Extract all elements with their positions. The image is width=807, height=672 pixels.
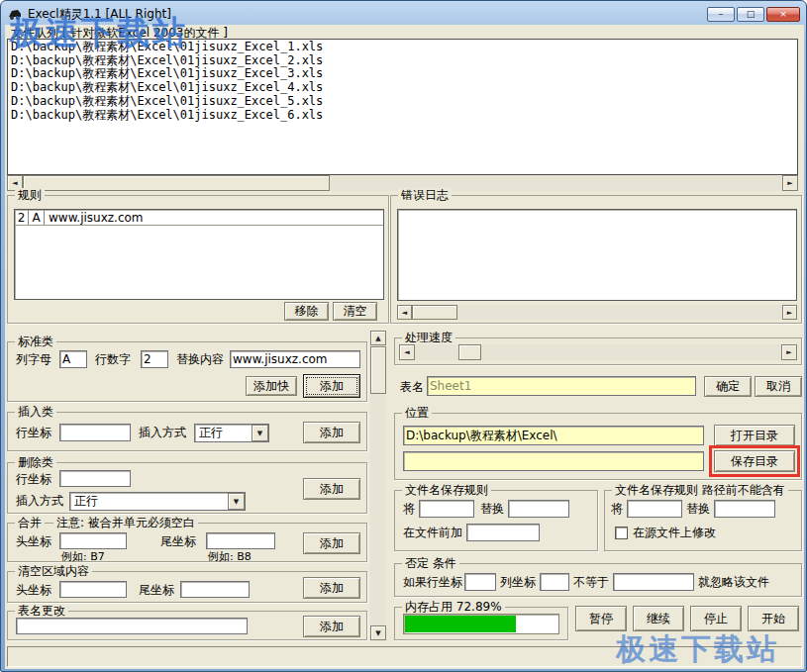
insert-mode-value: 正行 [195,425,252,441]
clear-region-add-button[interactable]: 添加 [303,577,360,599]
open-dir-button[interactable]: 打开目录 [714,425,795,446]
location-group: 位置 打开目录 保存目录 [394,413,802,480]
insert-group: 插入类 行坐标 插入方式 正行 ▼ 添加 [7,412,367,451]
client-area: 文件队列 [ 针对微软Excel 2003的文件 ] D:\backup\教程素… [5,25,804,669]
sheet-rename-group: 表名更改 添加 [7,611,367,640]
merge-add-button[interactable]: 添加 [303,532,360,554]
scroll-right-button[interactable]: ► [782,175,798,191]
minimize-icon: – [719,10,724,19]
caption-buttons: – □ × [707,7,800,22]
standard-add-button[interactable]: 添加 [303,374,360,398]
file-queue-item[interactable]: D:\backup\教程素材\Excel\01jisuxz_Excel_5.xl… [11,95,794,109]
delete-add-button[interactable]: 添加 [303,478,360,500]
insert-add-button[interactable]: 添加 [303,422,360,443]
remove-rule-button[interactable]: 移除 [284,302,329,321]
maximize-button[interactable]: □ [737,7,764,22]
insert-mode-select[interactable]: 正行 ▼ [194,424,269,442]
error-log-label: 错误日志 [398,188,452,203]
filename-rule-group: 文件名保存规则 将 替换 在文件前加 [394,490,598,551]
scroll-right-button[interactable]: ► [782,305,797,320]
app-icon [7,6,23,22]
sheet-name-input[interactable] [427,376,696,396]
scroll-thumb[interactable] [370,346,386,394]
delete-row-coord-input[interactable] [59,470,131,487]
memory-group-label: 内存占用 72.89% [402,600,505,615]
error-log-list[interactable] [397,209,797,301]
pause-button[interactable]: 暂停 [575,606,627,631]
replace-content-input[interactable] [230,350,360,368]
scroll-left-button[interactable]: ◄ [399,344,415,360]
insert-row-coord-input[interactable] [59,424,131,441]
col-letter-input[interactable] [59,350,87,368]
rule2-to-input[interactable] [714,500,775,518]
rule-row-number: 2 [15,210,29,225]
clear-rules-button[interactable]: 清空 [333,302,377,321]
file-queue-item[interactable]: D:\backup\教程素材\Excel\01jisuxz_Excel_6.xl… [11,109,794,123]
stop-button[interactable]: 停止 [690,606,742,631]
scroll-down-button[interactable]: ▼ [370,625,386,640]
scroll-left-button[interactable]: ◄ [397,305,412,320]
rules-list[interactable]: 2 A www.jisuxz.com [14,209,384,300]
scroll-up-button[interactable]: ▲ [370,331,386,345]
clear-tail-input[interactable] [180,581,250,598]
add-fast-button[interactable]: 添加快 [246,376,297,396]
speed-slider[interactable]: ◄ ► [399,344,797,360]
minimize-button[interactable]: – [707,7,735,22]
rule-from-input[interactable] [419,500,474,518]
delete-mode-select[interactable]: 正行 ▼ [69,492,246,511]
cancel-button[interactable]: 取消 [755,376,802,397]
resume-button[interactable]: 继续 [633,606,684,631]
col-coord-input[interactable] [540,573,569,591]
row-number-label: 行数字 [95,352,131,367]
speed-slider-thumb[interactable] [458,344,481,360]
open-dir-input[interactable] [403,426,704,445]
scroll-right-button[interactable]: ► [781,344,797,360]
file-queue-item[interactable]: D:\backup\教程素材\Excel\01jisuxz_Excel_2.xl… [11,54,794,68]
chevron-down-icon[interactable]: ▼ [228,493,245,510]
merge-group: 合并 注意: 被合并单元必须空白 头坐标 尾坐标 例如: B7 例如: B8 添… [7,523,367,562]
file-queue-list[interactable]: D:\backup\教程素材\Excel\01jisuxz_Excel_1.xl… [7,39,798,175]
sheet-rename-add-button[interactable]: 添加 [303,616,360,637]
close-button[interactable]: × [766,7,800,22]
file-queue-item[interactable]: D:\backup\教程素材\Excel\01jisuxz_Excel_1.xl… [11,41,794,54]
speed-group: 处理速度 ◄ ► [394,337,802,365]
rule-col-letter: A [29,210,45,225]
col-coord-label: 列坐标 [500,575,536,590]
error-log-hscrollbar[interactable]: ◄ ► [397,305,797,320]
scroll-thumb[interactable] [412,305,457,320]
merge-group-label: 合并 [15,516,45,530]
rule2-from-label: 将 [611,502,623,517]
modify-source-checkbox[interactable] [615,527,628,539]
save-dir-input[interactable] [403,451,704,471]
if-row-input[interactable] [464,573,496,591]
sheet-rename-label: 表名更改 [15,604,68,619]
error-log-group: 错误日志 ◄ ► [390,195,802,324]
not-equal-label: 不等于 [573,575,609,590]
not-equal-input[interactable] [613,573,694,591]
delete-group: 删除类 行坐标 插入方式 正行 ▼ 添加 [7,462,367,514]
rules-group: 规则 2 A www.jisuxz.com 移除 清空 [7,195,389,324]
clear-head-input[interactable] [59,581,127,598]
memory-group: 内存占用 72.89% [394,607,568,640]
row-number-input[interactable] [141,350,168,368]
start-button[interactable]: 开始 [748,606,799,631]
rule-prefix-input[interactable] [466,524,540,541]
rule-to-input[interactable] [508,500,569,518]
ok-button[interactable]: 确定 [704,376,752,397]
scroll-thumb[interactable] [23,175,330,191]
sheet-rename-input[interactable] [16,618,248,634]
merge-head-input[interactable] [59,532,127,549]
rule2-from-input[interactable] [627,500,682,518]
rules-list-row[interactable]: 2 A www.jisuxz.com [15,210,383,226]
speed-group-label: 处理速度 [402,331,455,345]
window-frame: Execl精灵1.1 [ALL Right] – □ × 文件队列 [ 针对微软… [0,0,807,672]
chevron-down-icon[interactable]: ▼ [252,425,268,441]
merge-tail-input[interactable] [206,532,275,549]
col-letter-label: 列字母 [16,352,51,367]
rule2-to-label: 替换 [686,502,710,517]
save-dir-button[interactable]: 保存目录 [714,450,795,472]
file-queue-item[interactable]: D:\backup\教程素材\Excel\01jisuxz_Excel_3.xl… [11,67,794,81]
clear-head-label: 头坐标 [16,583,51,598]
file-queue-item[interactable]: D:\backup\教程素材\Excel\01jisuxz_Excel_4.xl… [11,81,794,95]
left-panel-vscrollbar[interactable]: ▲ ▼ [370,331,386,640]
